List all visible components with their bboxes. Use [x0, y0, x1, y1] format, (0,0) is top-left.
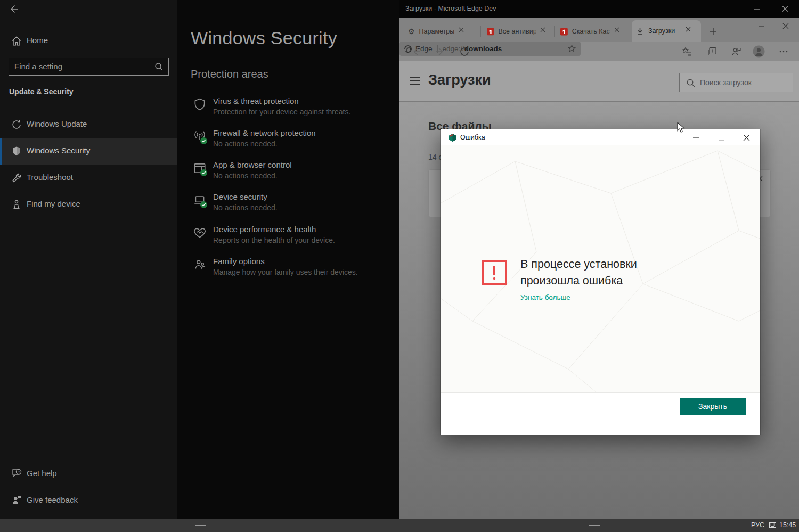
feedback-person-icon [11, 494, 22, 506]
settings-search-box [9, 58, 169, 76]
favorites-hub-icon[interactable] [681, 46, 693, 58]
sidebar-item-home[interactable]: Home [0, 32, 177, 50]
error-exclamation-icon [482, 260, 507, 285]
settings-search-input[interactable] [14, 59, 148, 73]
keyboard-tray-icon[interactable] [769, 522, 776, 529]
page-title: Windows Security [191, 28, 337, 48]
check-badge [200, 169, 207, 176]
protection-item-family-options[interactable]: Family options Manage how your family us… [191, 257, 393, 283]
tab-close-icon[interactable] [686, 27, 694, 35]
hamburger-menu-icon[interactable] [410, 77, 420, 85]
sidebar-item-windows-security[interactable]: Windows Security [0, 138, 177, 165]
edge-back-window-titlebar: Загрузки - Microsoft Edge Dev [399, 0, 799, 18]
settings-window: Home Update & Security Windows Update Wi [0, 0, 399, 519]
gear-favicon: ⚙ [408, 27, 415, 36]
learn-more-link[interactable]: Узнать больше [520, 293, 570, 301]
taskbar: РУС 15:45 [0, 519, 799, 532]
selected-accent-bar [0, 138, 2, 165]
dialog-minimize-button[interactable] [685, 131, 706, 144]
check-badge [200, 137, 207, 144]
downloads-page-header: Загрузки [399, 61, 799, 101]
sidebar-item-windows-update[interactable]: Windows Update [0, 111, 177, 138]
protection-item-firewall[interactable]: Firewall & network protection No actions… [191, 128, 393, 155]
heart-pulse-icon [193, 226, 207, 240]
tab-settings[interactable]: ⚙ Параметры [404, 21, 479, 42]
taskbar-app-indicator[interactable] [195, 525, 206, 526]
kaspersky-error-dialog: Ошибка В процессе установки произошла ош… [441, 129, 760, 435]
profile-avatar[interactable] [752, 45, 764, 56]
refresh-icon[interactable] [458, 45, 471, 58]
edge-close-button[interactable] [777, 20, 795, 32]
settings-sidebar: Home Update & Security Windows Update Wi [0, 0, 177, 519]
sidebar-item-get-help[interactable]: ? Get help [0, 462, 177, 486]
edge-back-close-button[interactable] [776, 3, 794, 14]
tab-close-icon[interactable] [614, 27, 622, 36]
downloads-search-input[interactable] [700, 76, 788, 89]
sync-icon [11, 119, 22, 130]
edge-tab-strip: ⚙ Параметры Все антивиру Скачать [399, 18, 799, 42]
protection-item-performance-health[interactable]: Device performance & health Reports on t… [191, 225, 393, 251]
sidebar-item-find-my-device[interactable]: Find my device [0, 191, 177, 218]
kaspersky-logo-icon [448, 133, 457, 142]
downloads-page-title: Загрузки [428, 72, 491, 88]
tab-download-kaspersky[interactable]: Скачать Касп [556, 21, 626, 42]
settings-section-title: Update & Security [9, 87, 74, 96]
language-indicator[interactable]: РУС [751, 521, 764, 529]
tab-close-icon[interactable] [540, 27, 548, 36]
help-bubble-icon: ? [11, 468, 22, 479]
mouse-cursor [676, 122, 687, 134]
error-heading: В процессе установки произошла ошибка [520, 256, 696, 289]
protection-item-device-security[interactable]: Device security No actions needed. [191, 192, 393, 219]
svg-text:?: ? [18, 470, 20, 474]
home-label: Home [27, 36, 48, 45]
dialog-close-button[interactable] [736, 131, 757, 144]
red-site-favicon [560, 28, 568, 36]
dialog-titlebar: Ошибка [441, 129, 760, 145]
sidebar-item-give-feedback[interactable]: Give feedback [0, 489, 177, 512]
shield-icon [11, 145, 22, 157]
protection-item-app-browser[interactable]: App & browser control No actions needed. [191, 160, 393, 187]
search-icon [686, 78, 696, 88]
taskbar-app-indicator[interactable] [589, 525, 600, 526]
downloads-search-box [679, 73, 793, 92]
collections-icon[interactable] [706, 46, 718, 58]
edge-back-minimize-button[interactable] [748, 3, 766, 14]
sidebar-item-troubleshoot[interactable]: Troubleshoot [0, 165, 177, 191]
close-dialog-button[interactable]: Закрыть [680, 398, 746, 415]
tab-downloads[interactable]: Загрузки [632, 20, 701, 42]
clock[interactable]: 15:45 [779, 521, 796, 529]
family-people-icon [193, 258, 207, 272]
dialog-footer: Закрыть [441, 392, 760, 435]
tab-label-fade [532, 26, 540, 37]
tab-label-fade [606, 26, 615, 37]
check-badge [200, 201, 207, 208]
protection-areas-heading: Protection areas [191, 68, 268, 80]
edge-window-title: Загрузки - Microsoft Edge Dev [405, 5, 496, 12]
new-tab-button[interactable] [708, 27, 718, 36]
locate-person-icon [11, 199, 22, 210]
back-icon[interactable] [7, 3, 20, 15]
menu-dots-icon[interactable] [778, 46, 789, 58]
dialog-title: Ошибка [460, 134, 485, 141]
settings-content: Windows Security Protection areas Virus … [177, 0, 399, 519]
wrench-icon [11, 172, 22, 184]
edge-toolbar: Edge edge://downloads [399, 42, 799, 61]
dialog-maximize-button[interactable] [711, 131, 732, 144]
download-favicon [636, 27, 644, 35]
add-favorite-star-icon[interactable] [567, 44, 576, 53]
home-icon [11, 35, 22, 47]
search-icon [154, 62, 164, 71]
protection-item-virus-threat[interactable]: Virus & threat protection Protection for… [191, 96, 393, 123]
edge-minimize-button[interactable] [752, 20, 770, 32]
tab-close-icon[interactable] [459, 27, 467, 36]
address-bar[interactable]: Edge edge://downloads [399, 42, 581, 56]
red-site-favicon [487, 28, 494, 36]
tab-separator [554, 26, 555, 37]
back-nav-icon[interactable] [410, 45, 423, 58]
shield-outline-icon [193, 97, 207, 111]
dialog-body: В процессе установки произошла ошибка Уз… [441, 145, 760, 392]
tab-separator [480, 26, 481, 37]
forward-nav-icon[interactable] [434, 45, 446, 58]
tab-antivirus-list[interactable]: Все антивиру [483, 21, 552, 42]
share-person-icon[interactable] [730, 46, 742, 58]
